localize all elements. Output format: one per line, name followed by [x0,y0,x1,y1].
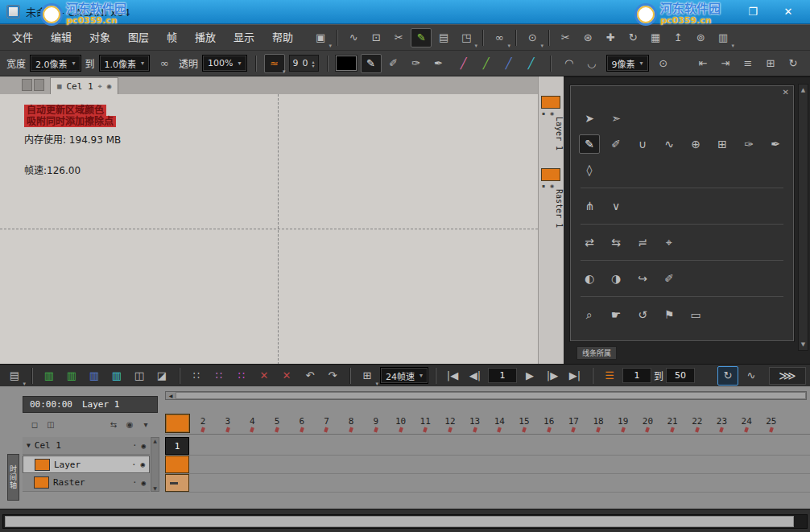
onion-table-icon[interactable]: ⊞▾ [357,366,378,386]
link-width-icon[interactable]: ∞ [154,54,175,73]
pressure-wave-button[interactable]: ≈▾ [264,54,285,73]
push-front-icon[interactable]: ⇤ [692,54,713,73]
keyframe-cell-raster[interactable] [165,474,189,492]
tween-pink-icon[interactable]: ∷ [209,366,229,386]
cutter-icon[interactable]: ✂ [388,28,409,47]
lock-icon[interactable]: ◻ [27,417,42,431]
cascade-windows-icon[interactable]: ◳▾ [456,28,477,47]
selection-marquee-icon[interactable]: ⊡ [366,28,386,47]
push-back-icon[interactable]: ⇥ [715,54,736,73]
fill-pen-icon[interactable]: ✑ [738,134,759,154]
bind-link-icon[interactable]: ∞▾ [489,28,510,47]
redo-icon[interactable]: ↷ [322,366,343,386]
scroll-up-icon[interactable]: ▲ [801,85,805,96]
vector-nodes-icon[interactable]: ∨ [605,196,626,216]
visibility-eye-icon[interactable]: ◉ [142,442,146,450]
spinner-down-icon[interactable]: ▾ [312,64,315,68]
join-ends-icon[interactable]: ◡ [581,54,602,73]
width-to-select[interactable]: 1.0像素 [99,55,151,72]
line-style-cyan-icon[interactable]: ╱ [521,54,542,73]
keyframe-cell-cel[interactable]: 1 [165,437,189,455]
palette-close-icon[interactable]: ✕ [783,88,789,97]
scrollbar-track[interactable] [2,514,808,529]
frame-number[interactable]: 5 [265,412,290,434]
clear-frame-icon[interactable]: ✕ [276,366,297,386]
flag-view-icon[interactable]: ⚑ [659,305,680,324]
onion-skin-icon[interactable]: ☰ [599,366,620,386]
timeline-row-layer[interactable]: Layer · ◉ [23,456,150,473]
zoom-tool-icon[interactable]: ⌕ [579,305,600,324]
label-tag-icon[interactable]: ◊ [579,160,600,179]
close-button[interactable]: ✕ [776,3,800,21]
frame-number[interactable]: 18 [586,412,611,434]
stroke-exchange-icon[interactable]: ⇆ [605,233,626,252]
ease-curve-icon[interactable]: ∿ [741,366,762,386]
rotate-view-icon[interactable]: ↺ [632,305,653,324]
frame-number[interactable]: 11 [413,412,438,434]
fps-select[interactable]: 24帧速 [380,367,428,384]
timeline-row-cel[interactable]: ▼ Cel 1 · ◉ [23,437,150,455]
layer-color-swatch[interactable] [541,96,560,109]
hand-tool-icon[interactable]: ☛ [605,305,626,324]
menu-item[interactable]: 图层 [119,26,158,50]
cel-tab[interactable]: ▦ Cel 1 ⌖ ◉ [50,77,118,94]
menu-item[interactable]: 帧 [158,26,186,50]
swap-cels-icon[interactable]: ⇆ [106,417,121,431]
menu-item[interactable]: 显示 [225,26,263,50]
line-style-green-icon[interactable]: ╱ [476,54,497,73]
scroll-up-icon[interactable]: ▲ [153,438,157,443]
panel-scrollbar[interactable]: ▲ ▼ [798,84,808,351]
scrollbar-thumb[interactable] [5,516,794,527]
frame-number[interactable]: 24 [734,412,759,434]
frame-number[interactable]: 23 [709,412,734,434]
light-table-icon[interactable]: ⊙▾ [522,28,543,47]
frame-number[interactable]: 22 [684,412,709,434]
header-dropdown-icon[interactable]: ▾ [138,417,153,431]
move-canvas-icon[interactable]: ✚ [600,28,621,47]
pen-tool-icon[interactable]: ✎ [579,134,600,154]
display-area-icon[interactable]: ▭ [685,305,706,324]
frame-scrollbar[interactable]: ◀ [165,391,807,400]
lamp-icon[interactable]: ⊚ [690,28,711,47]
keyframe-cell-layer[interactable] [165,456,189,473]
skeleton-tool-icon[interactable]: ⋔ [579,196,600,216]
line-style-blue-icon[interactable]: ╱ [498,54,519,73]
frame-number[interactable]: 13 [462,412,487,434]
layer-color-swatch[interactable] [541,168,560,181]
save-cel-icon[interactable]: ▤▾ [4,366,25,386]
frame-number[interactable]: 3 [215,412,240,434]
visibility-eye-icon[interactable]: ◉ [141,460,145,468]
rotate-canvas-icon[interactable]: ↻ [622,28,643,47]
slant-pen-icon[interactable]: ✐ [659,269,680,288]
frame-number[interactable]: 10 [388,412,413,434]
fast-forward-button[interactable]: ⋙ [769,367,806,385]
cycle-icon[interactable]: ↻ [783,54,804,73]
play-icon[interactable]: ▶ [519,366,540,386]
frame-number[interactable]: 12 [438,412,463,434]
flip-copy-icon[interactable]: ◐ [579,269,600,288]
collapse-icon[interactable]: ▼ [27,442,31,449]
frame-number[interactable]: 19 [610,412,635,434]
pen-eraser-icon[interactable]: ✐ [383,54,404,73]
arc-transform-icon[interactable]: ↪ [632,269,653,288]
menu-item[interactable]: 帮助 [263,26,302,50]
distribute-icon[interactable]: ≡ [738,54,758,73]
frame-number[interactable]: 7 [314,412,339,434]
frame-number[interactable]: 2 [191,412,216,434]
current-frame-field[interactable]: 1 [488,368,517,383]
add-frame-icon[interactable]: ⊞ [712,134,733,154]
keyframe-marker[interactable] [165,414,190,433]
add-point-icon[interactable]: ⊕ [685,134,706,154]
next-cel-button[interactable] [34,79,44,91]
select-tool-icon[interactable]: ➤ [579,109,600,128]
clone-cel-icon[interactable]: ◫ [43,417,58,431]
frame-number[interactable]: 16 [536,412,561,434]
snip-frame-icon[interactable]: ✂ [555,28,576,47]
layer-strip-item[interactable]: ▪ ◉ Raster 1 [541,168,564,234]
cel-pin-icon[interactable]: ⌖ [98,82,102,91]
stroke-curve-icon[interactable]: ∿ [343,28,364,47]
layer-mini-icons[interactable]: ▪ ◉ [542,110,564,116]
paint-brush-icon[interactable]: ✎ [411,28,432,47]
menu-item[interactable]: 文件 [3,26,42,50]
range-start-field[interactable]: 1 [622,368,651,383]
